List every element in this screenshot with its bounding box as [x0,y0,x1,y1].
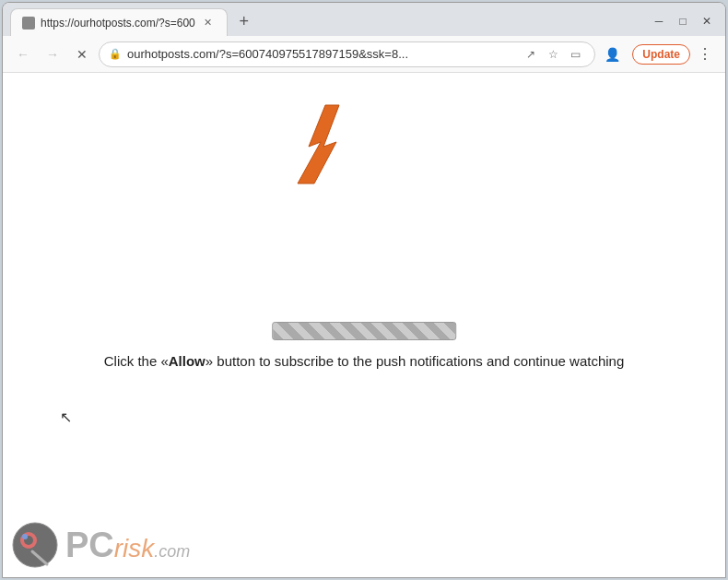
watermark-com: .com [154,543,190,560]
profile-icon: 👤 [605,47,620,62]
lock-icon: 🔒 [109,48,122,60]
new-tab-button[interactable]: + [231,8,257,34]
mouse-cursor: ↖ [60,408,72,426]
reload-button[interactable]: ✕ [69,41,95,67]
minimize-button[interactable]: ─ [648,10,670,32]
watermark-pc: PC [65,527,114,562]
address-bar[interactable]: 🔒 ↗ ☆ ▭ [99,41,595,67]
address-input[interactable] [127,47,515,61]
browser-menu-buttons: Update ⋮ [632,41,718,67]
forward-button[interactable]: → [40,41,65,67]
content-area: Click the «Allow» button to subscribe to… [3,73,725,577]
cta-allow-text: Allow [169,353,205,369]
svg-marker-1 [298,105,339,183]
cta-pre-text: Click the « [104,353,169,369]
address-actions: ↗ ☆ ▭ [521,44,585,65]
tab-title: https://ourhotposts.com/?s=600 [41,17,195,30]
browser-window: https://ourhotposts.com/?s=600 ✕ + ─ □ ✕… [2,2,726,578]
title-bar: https://ourhotposts.com/?s=600 ✕ + ─ □ ✕ [3,3,725,36]
close-button[interactable]: ✕ [696,10,718,32]
navigation-bar: ← → ✕ 🔒 ↗ ☆ ▭ 👤 [3,36,725,73]
back-button[interactable]: ← [10,41,36,67]
window-controls: ─ □ ✕ [640,10,725,32]
watermark-text: PCrisk.com [65,527,190,562]
tab-favicon [22,17,35,30]
active-tab[interactable]: https://ourhotposts.com/?s=600 ✕ [10,8,228,36]
share-button[interactable]: ↗ [521,44,541,65]
profile-button[interactable]: 👤 [599,41,625,67]
watermark-risk: risk [114,536,155,562]
watermark: PCrisk.com [12,522,190,568]
pcrisk-logo-icon [12,522,58,568]
cta-post-text: » button to subscribe to the push notifi… [205,353,624,369]
maximize-button[interactable]: □ [672,10,694,32]
tab-close-button[interactable]: ✕ [201,16,216,30]
svg-point-5 [22,534,28,539]
orange-arrow-indicator [288,101,371,196]
tab-area: https://ourhotposts.com/?s=600 ✕ + [3,8,640,36]
progress-section: Click the «Allow» button to subscribe to… [39,322,689,369]
cta-text: Click the «Allow» button to subscribe to… [104,353,625,369]
more-options-button[interactable]: ⋮ [692,41,718,67]
bookmark-button[interactable]: ☆ [543,44,563,65]
update-button[interactable]: Update [632,44,690,65]
sidebar-toggle-button[interactable]: ▭ [565,44,585,65]
progress-bar [272,322,456,340]
